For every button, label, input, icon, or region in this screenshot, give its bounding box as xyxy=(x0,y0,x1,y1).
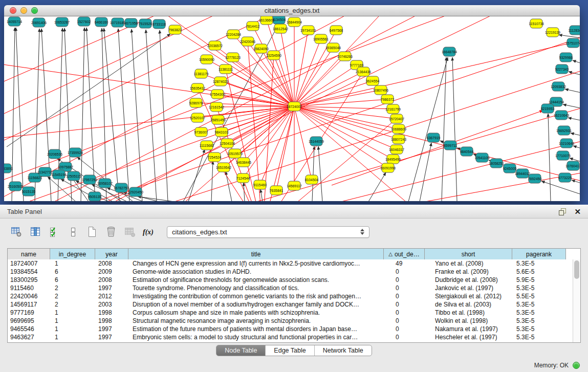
graph-node[interactable]: 12505115 xyxy=(66,171,81,181)
tab-node-table[interactable]: Node Table xyxy=(216,345,266,356)
graph-node[interactable]: 9736007 xyxy=(194,127,208,137)
graph-node[interactable]: 6367919 xyxy=(427,133,441,142)
table-row[interactable]: 1830029562008Estimation of significance … xyxy=(8,276,573,284)
function-builder-button[interactable]: f(x) xyxy=(141,224,157,239)
graph-node[interactable]: 16782753 xyxy=(114,183,129,192)
graph-node[interactable]: 17359924 xyxy=(68,148,83,157)
table-select-dropdown[interactable]: citations_edges.txt xyxy=(167,226,369,238)
delete-table-button[interactable] xyxy=(122,224,138,239)
graph-node[interactable]: 9227343 xyxy=(555,64,569,74)
graph-node[interactable]: 6466160 xyxy=(95,17,108,27)
graph-node[interactable]: 7124544 xyxy=(236,173,250,183)
graph-node[interactable]: 9843103 xyxy=(215,127,229,137)
graph-node[interactable]: 12920450 xyxy=(128,187,143,196)
graph-node[interactable]: 11342737 xyxy=(37,167,53,177)
graph-node[interactable]: 11128344 xyxy=(568,26,580,35)
graph-node[interactable]: 16844904 xyxy=(287,17,302,27)
graph-node[interactable]: 15851459 xyxy=(210,115,226,124)
graph-node[interactable]: 15824090 xyxy=(253,44,269,53)
graph-node[interactable]: 11545194 xyxy=(51,170,67,179)
table-row[interactable]: 946362711997Embryonic stem cells: a mode… xyxy=(8,333,573,341)
close-panel-icon[interactable]: ✕ xyxy=(574,208,581,215)
table-row[interactable]: 911546021997Tourette syndrome. Phenomeno… xyxy=(8,284,573,292)
table-scrollbar[interactable] xyxy=(573,259,580,342)
table-row[interactable]: 977716911998Corpus callosum shape and si… xyxy=(8,309,573,317)
graph-node[interactable]: 22420046 xyxy=(240,37,255,46)
graph-node[interactable]: 12219139 xyxy=(545,28,560,37)
graph-node[interactable]: 10807496 xyxy=(373,85,388,95)
graph-node[interactable]: 12161799 xyxy=(385,104,401,114)
graph-node[interactable]: 16210643 xyxy=(554,111,569,120)
graph-node[interactable]: 3624554 xyxy=(366,76,380,85)
graph-node[interactable]: 15692931 xyxy=(556,126,572,135)
select-columns-button[interactable] xyxy=(27,224,43,239)
graph-node[interactable]: 12204284 xyxy=(226,30,241,39)
graph-node[interactable]: 9840544 xyxy=(460,147,474,156)
graph-node[interactable]: 8104504 xyxy=(305,175,319,184)
graph-node[interactable]: 18807243 xyxy=(391,135,406,144)
graph-node[interactable]: 7692450 xyxy=(528,174,542,183)
graph-node[interactable]: 11381179 xyxy=(193,69,208,78)
graph-node[interactable]: 7963822 xyxy=(168,25,182,34)
graph-node[interactable]: 18724007 xyxy=(287,102,302,111)
graph-node[interactable]: 16046317 xyxy=(389,145,404,154)
graph-node[interactable]: 10653287 xyxy=(54,17,70,27)
column-header-pagerank[interactable]: pagerank xyxy=(512,249,566,259)
graph-node[interactable]: 17710075 xyxy=(555,151,571,160)
graph-node[interactable]: 5015135 xyxy=(22,187,36,196)
graph-node[interactable]: 9505135 xyxy=(88,192,102,201)
close-window-button[interactable] xyxy=(10,7,16,14)
minimize-window-button[interactable] xyxy=(20,7,27,14)
unselect-all-rows-button[interactable] xyxy=(65,224,81,239)
graph-node[interactable]: 14638445 xyxy=(236,158,251,167)
graph-node[interactable]: 10746266 xyxy=(337,52,353,61)
graph-node[interactable]: 8599711 xyxy=(444,141,457,150)
graph-node[interactable]: 6773225 xyxy=(558,173,572,182)
graph-node[interactable]: 10541109 xyxy=(474,153,490,162)
window-titlebar[interactable]: citations_edges.txt xyxy=(4,5,580,16)
network-canvas[interactable]: 1405571420691406106532871527602646616010… xyxy=(4,16,580,201)
table-row[interactable]: 1872400712008Changes of HCN gene express… xyxy=(8,259,573,268)
delete-columns-button[interactable] xyxy=(103,224,119,239)
graph-node[interactable]: 7986372 xyxy=(381,95,395,104)
graph-node[interactable]: 7254524 xyxy=(208,152,222,162)
graph-node[interactable]: 10210648 xyxy=(559,139,574,148)
column-header-out-degree[interactable]: △out_de… xyxy=(384,249,425,259)
graph-node[interactable]: 15751074 xyxy=(565,38,580,48)
graph-node[interactable]: 10688609 xyxy=(391,124,406,134)
graph-node[interactable]: 15720407 xyxy=(389,114,404,123)
graph-node[interactable]: 14055714 xyxy=(7,17,22,26)
graph-node[interactable]: 16648784 xyxy=(442,47,457,56)
graph-node[interactable]: 18612542 xyxy=(273,24,288,33)
graph-node[interactable]: 12504104 xyxy=(220,139,235,148)
graph-node[interactable]: 22036572 xyxy=(207,41,223,50)
graph-node[interactable]: 11510738 xyxy=(529,19,544,28)
graph-node[interactable]: 8733118 xyxy=(153,19,166,29)
graph-node[interactable]: 11115682 xyxy=(200,141,214,150)
graph-node[interactable]: 10719185 xyxy=(110,18,125,27)
graph-node[interactable]: 8215953 xyxy=(541,104,555,113)
column-header-year[interactable]: year xyxy=(95,249,128,259)
graph-node[interactable]: 7814412 xyxy=(246,21,260,31)
graph-node[interactable]: 10519579 xyxy=(227,149,243,158)
graph-node[interactable]: 16136603 xyxy=(259,16,274,25)
tab-network-table[interactable]: Network Table xyxy=(315,345,372,356)
graph-node[interactable]: 12874023 xyxy=(213,77,228,86)
graph-node[interactable]: 9115460 xyxy=(253,180,267,189)
graph-node[interactable]: 11381111 xyxy=(219,64,233,74)
graph-node[interactable]: 10590090 xyxy=(199,55,214,64)
graph-node[interactable]: 12093832 xyxy=(551,82,566,91)
graph-node[interactable]: 12778123 xyxy=(225,53,241,62)
graph-node[interactable]: 14569117 xyxy=(287,181,302,190)
column-header-short[interactable]: short xyxy=(425,249,512,259)
table-row[interactable]: 2242004622012Investigating the contribut… xyxy=(8,292,573,300)
graph-node[interactable]: 12520107 xyxy=(190,113,205,122)
column-header-name[interactable]: name xyxy=(8,249,50,259)
graph-node[interactable]: 18495499 xyxy=(385,155,401,164)
graph-node[interactable]: 16958107 xyxy=(97,179,113,188)
graph-node[interactable]: 13254590 xyxy=(266,51,281,60)
graph-node[interactable]: 19133891 xyxy=(4,164,13,173)
graph-node[interactable]: 7635841 xyxy=(270,186,284,195)
graph-node[interactable]: 15635412 xyxy=(190,83,205,93)
table-settings-button[interactable] xyxy=(8,224,25,239)
